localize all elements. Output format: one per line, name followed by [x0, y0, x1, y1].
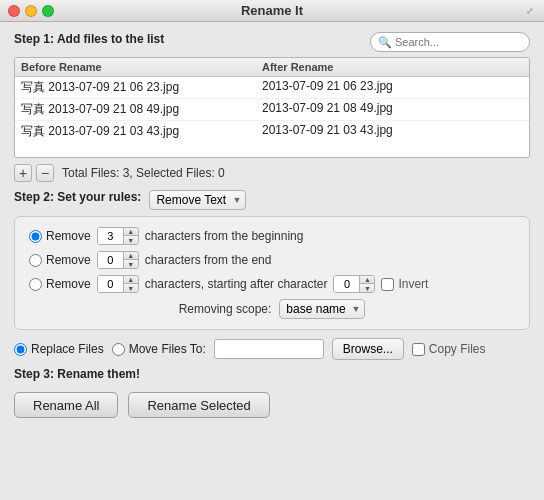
window-title: Rename It: [241, 3, 303, 18]
step1-label: Step 1: Add files to the list: [14, 32, 164, 46]
rename-selected-button[interactable]: Rename Selected: [128, 392, 269, 418]
rule3-stepper-down[interactable]: ▼: [124, 284, 138, 293]
search-icon: 🔍: [378, 36, 392, 49]
rules-select[interactable]: Remove TextAdd TextReplace Text: [149, 190, 246, 210]
invert-label-text: Invert: [398, 277, 428, 291]
rule2-radio[interactable]: Remove: [29, 253, 91, 267]
rule2-stepper-up[interactable]: ▲: [124, 251, 138, 260]
step2-label: Step 2: Set your rules:: [14, 190, 141, 204]
browse-button[interactable]: Browse...: [332, 338, 404, 360]
col-header-after: After Rename: [262, 61, 523, 73]
invert-checkbox[interactable]: Invert: [381, 277, 428, 291]
remove-file-button[interactable]: −: [36, 164, 54, 182]
rule1-label: Remove: [46, 229, 91, 243]
after-rename-cell: 2013-07-09 21 03 43.jpg: [262, 123, 523, 140]
step3-label: Step 3: Rename them!: [14, 367, 140, 381]
col-header-before: Before Rename: [21, 61, 262, 73]
search-input[interactable]: [395, 36, 515, 48]
after-rename-cell: 2013-07-09 21 06 23.jpg: [262, 79, 523, 96]
close-button[interactable]: [8, 5, 20, 17]
maximize-button[interactable]: [42, 5, 54, 17]
move-files-label: Move Files To:: [129, 342, 206, 356]
replace-files-label: Replace Files: [31, 342, 104, 356]
rule3-char-stepper-down[interactable]: ▼: [360, 284, 374, 293]
file-table: Before Rename After Rename 写真 2013-07-09…: [14, 57, 530, 158]
scope-select[interactable]: base nameextensionfull name: [279, 299, 365, 319]
table-row[interactable]: 写真 2013-07-09 21 08 49.jpg 2013-07-09 21…: [15, 99, 529, 121]
rule3-stepper-input[interactable]: [98, 276, 124, 292]
table-row[interactable]: 写真 2013-07-09 21 06 23.jpg 2013-07-09 21…: [15, 77, 529, 99]
total-files: Total Files: 3, Selected Files: 0: [62, 166, 225, 180]
rename-all-button[interactable]: Rename All: [14, 392, 118, 418]
copy-files-checkbox[interactable]: Copy Files: [412, 342, 486, 356]
rule1-description: characters from the beginning: [145, 229, 304, 243]
add-file-button[interactable]: +: [14, 164, 32, 182]
rule3-description: characters, starting after character: [145, 277, 328, 291]
rule2-label: Remove: [46, 253, 91, 267]
scope-label: Removing scope:: [179, 302, 272, 316]
move-files-radio[interactable]: Move Files To:: [112, 342, 206, 356]
rule1-stepper-down[interactable]: ▼: [124, 236, 138, 245]
rule1-radio[interactable]: Remove: [29, 229, 91, 243]
before-rename-cell: 写真 2013-07-09 21 06 23.jpg: [21, 79, 262, 96]
table-row[interactable]: 写真 2013-07-09 21 03 43.jpg 2013-07-09 21…: [15, 121, 529, 142]
titlebar: Rename It ⤢: [0, 0, 544, 22]
minimize-button[interactable]: [25, 5, 37, 17]
rule2-stepper-input[interactable]: [98, 252, 124, 268]
rule1-stepper-up[interactable]: ▲: [124, 227, 138, 236]
copy-files-label: Copy Files: [429, 342, 486, 356]
move-files-input[interactable]: [214, 339, 324, 359]
rule2-stepper-down[interactable]: ▼: [124, 260, 138, 269]
rule3-label: Remove: [46, 277, 91, 291]
search-box: 🔍: [370, 32, 530, 52]
rule2-description: characters from the end: [145, 253, 272, 267]
rule3-char-stepper-up[interactable]: ▲: [360, 275, 374, 284]
before-rename-cell: 写真 2013-07-09 21 03 43.jpg: [21, 123, 262, 140]
replace-files-radio[interactable]: Replace Files: [14, 342, 104, 356]
traffic-lights: [8, 5, 54, 17]
rules-panel: Remove ▲ ▼ characters from the beginning…: [14, 216, 530, 330]
rule1-stepper-input[interactable]: [98, 228, 124, 244]
rule3-char-stepper-input[interactable]: [334, 276, 360, 292]
rule3-stepper-up[interactable]: ▲: [124, 275, 138, 284]
resize-icon: ⤢: [526, 6, 536, 16]
after-rename-cell: 2013-07-09 21 08 49.jpg: [262, 101, 523, 118]
before-rename-cell: 写真 2013-07-09 21 08 49.jpg: [21, 101, 262, 118]
rule3-radio[interactable]: Remove: [29, 277, 91, 291]
